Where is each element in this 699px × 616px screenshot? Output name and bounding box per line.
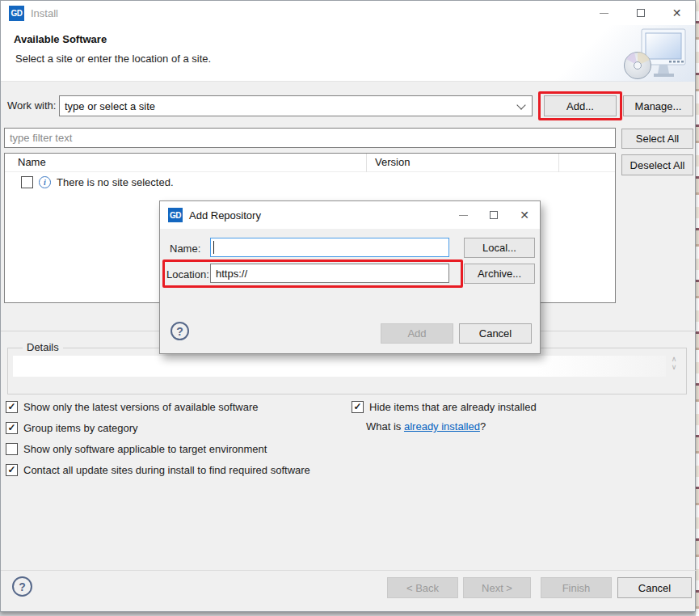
option-label: Show only software applicable to target … — [23, 443, 267, 455]
dialog-add-button: Add — [381, 323, 453, 344]
table-row[interactable]: i There is no site selected. — [5, 176, 174, 188]
table-header: Name Version — [5, 154, 615, 172]
option-target-environment[interactable]: Show only software applicable to target … — [6, 441, 267, 456]
finish-button: Finish — [541, 577, 612, 598]
what-is-prefix: What is — [366, 420, 404, 432]
local-button[interactable]: Local... — [464, 238, 535, 258]
back-button: < Back — [387, 577, 458, 598]
page-title: Available Software — [14, 33, 107, 45]
dialog-title: Add Repository — [189, 209, 261, 222]
dialog-cancel-button[interactable]: Cancel — [459, 323, 532, 344]
column-divider[interactable] — [366, 154, 367, 172]
name-label: Name: — [170, 243, 200, 255]
work-with-label: Work with: — [7, 99, 56, 112]
location-input[interactable] — [210, 264, 449, 283]
maximize-button[interactable] — [622, 1, 659, 25]
manage-button[interactable]: Manage... — [623, 95, 693, 116]
install-wizard-window: GD Install ✕ Available Software Select a… — [0, 0, 696, 612]
location-label: Location: — [166, 268, 209, 281]
app-icon: GD — [168, 208, 183, 222]
deselect-all-button[interactable]: Deselect All — [621, 154, 693, 175]
option-label: Hide items that are already installed — [369, 401, 537, 413]
option-show-latest[interactable]: ✓ Show only the latest versions of avail… — [6, 399, 259, 414]
footer-divider — [1, 570, 697, 571]
site-combo[interactable] — [59, 95, 533, 116]
dialog-help-button[interactable]: ? — [171, 322, 189, 340]
dialog-close-button[interactable]: ✕ — [509, 201, 540, 229]
column-header-name[interactable]: Name — [18, 156, 46, 168]
dialog-minimize-button[interactable] — [448, 201, 478, 229]
select-all-button[interactable]: Select All — [621, 129, 693, 149]
page-subtitle: Select a site or enter the location of a… — [15, 53, 211, 65]
scroll-down-icon[interactable]: ∨ — [672, 363, 677, 371]
checkbox[interactable]: ✓ — [6, 422, 18, 434]
maximize-icon — [637, 9, 645, 17]
dialog-maximize-button[interactable] — [478, 201, 509, 229]
minimize-icon — [600, 13, 608, 14]
screen: GD Install ✕ Available Software Select a… — [0, 0, 699, 616]
add-button[interactable]: Add... — [544, 95, 617, 116]
name-input[interactable] — [210, 238, 449, 257]
window-title: Install — [31, 7, 58, 19]
what-is-suffix: ? — [480, 420, 486, 432]
option-contact-update-sites[interactable]: ✓ Contact all update sites during instal… — [6, 462, 310, 477]
details-textarea[interactable] — [13, 356, 666, 377]
details-label: Details — [23, 341, 63, 353]
filter-input[interactable] — [4, 128, 616, 148]
site-combo-input[interactable] — [59, 95, 533, 116]
details-group: Details ∧ ∨ — [7, 348, 687, 394]
option-label: Show only the latest versions of availab… — [23, 401, 259, 413]
next-button: Next > — [463, 577, 531, 598]
add-repository-dialog: GD Add Repository ✕ Name: Local... Locat… — [159, 200, 541, 354]
archive-button[interactable]: Archive... — [464, 264, 535, 284]
wizard-header: Available Software Select a site or ente… — [1, 25, 695, 82]
what-is-installed-line: What is already installed? — [366, 420, 486, 432]
install-software-icon — [624, 27, 687, 81]
option-label: Contact all update sites during install … — [23, 464, 310, 476]
row-checkbox[interactable] — [21, 176, 33, 188]
app-icon: GD — [9, 6, 24, 21]
window-titlebar: GD Install ✕ — [1, 1, 695, 25]
dialog-titlebar: GD Add Repository ✕ — [160, 201, 540, 229]
already-installed-link[interactable]: already installed — [404, 420, 480, 432]
minimize-button[interactable] — [586, 1, 622, 25]
option-label: Group items by category — [23, 422, 138, 434]
checkbox[interactable]: ✓ — [6, 464, 18, 476]
empty-message: There is no site selected. — [57, 176, 174, 188]
close-button[interactable]: ✕ — [659, 1, 695, 25]
cancel-button[interactable]: Cancel — [617, 577, 692, 598]
column-divider[interactable] — [558, 154, 559, 172]
checkbox[interactable]: ✓ — [352, 401, 364, 413]
info-icon: i — [39, 176, 51, 188]
details-scrollbar[interactable]: ∧ ∨ — [668, 355, 680, 371]
minimize-icon — [459, 215, 468, 216]
option-hide-installed[interactable]: ✓ Hide items that are already installed — [352, 399, 537, 414]
option-group-by-category[interactable]: ✓ Group items by category — [6, 420, 138, 435]
scroll-up-icon[interactable]: ∧ — [672, 355, 677, 363]
background-window-sliver — [696, 0, 699, 616]
text-cursor — [213, 241, 214, 254]
column-header-version[interactable]: Version — [375, 156, 410, 168]
checkbox[interactable] — [6, 443, 18, 455]
help-button[interactable]: ? — [12, 576, 32, 597]
maximize-icon — [490, 211, 498, 219]
checkbox[interactable]: ✓ — [6, 401, 18, 413]
